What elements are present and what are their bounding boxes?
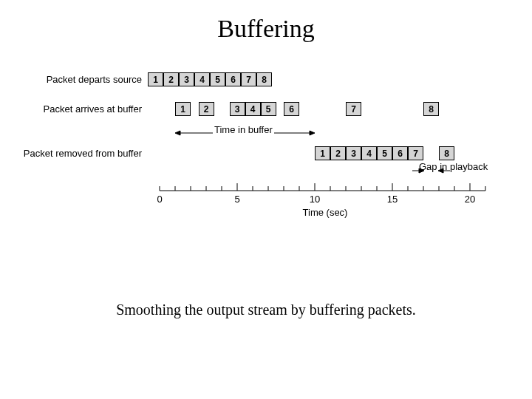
axis-tick-20: 20: [461, 194, 479, 205]
packet-depart-1: 1: [148, 72, 163, 86]
svg-marker-24: [175, 131, 180, 135]
packet-depart-2: 2: [163, 72, 179, 86]
packet-arrive-4: 4: [245, 102, 261, 116]
packet-remove-8: 8: [439, 146, 454, 160]
packet-depart-4: 4: [194, 72, 210, 86]
axis-label: Time (sec): [281, 207, 369, 218]
packet-depart-8: 8: [256, 72, 272, 86]
packet-remove-4: 4: [361, 146, 377, 160]
packet-arrive-1: 1: [175, 102, 191, 116]
packet-depart-3: 3: [179, 72, 194, 86]
packet-remove-7: 7: [408, 146, 423, 160]
row-label-arrive: Packet arrives at buffer: [0, 103, 142, 115]
packet-remove-3: 3: [346, 146, 361, 160]
packet-arrive-8: 8: [423, 102, 439, 116]
annotation-time-in-buffer: Time in buffer: [213, 124, 274, 135]
svg-marker-25: [310, 131, 315, 135]
diagram-stage: Packet departs source Packet arrives at …: [0, 72, 532, 265]
packet-remove-1: 1: [315, 146, 330, 160]
row-label-remove: Packet removed from buffer: [0, 148, 142, 159]
packet-depart-5: 5: [210, 72, 225, 86]
packet-arrive-5: 5: [261, 102, 276, 116]
axis-tick-15: 15: [383, 194, 401, 205]
packet-remove-6: 6: [392, 146, 408, 160]
annotation-gap-in-playback: Gap in playback: [419, 161, 488, 172]
packet-remove-5: 5: [377, 146, 392, 160]
packet-arrive-2: 2: [199, 102, 214, 116]
axis-tick-0: 0: [151, 194, 168, 205]
packet-depart-6: 6: [225, 72, 241, 86]
figure-caption: Smoothing the output stream by buffering…: [0, 301, 532, 318]
packet-arrive-7: 7: [346, 102, 361, 116]
axis-tick-10: 10: [306, 194, 324, 205]
packet-remove-2: 2: [330, 146, 346, 160]
packet-arrive-6: 6: [284, 102, 299, 116]
packet-arrive-3: 3: [230, 102, 245, 116]
packet-depart-7: 7: [241, 72, 256, 86]
axis-tick-5: 5: [228, 194, 246, 205]
row-label-depart: Packet departs source: [0, 74, 142, 85]
page-title: Buffering: [0, 15, 532, 43]
